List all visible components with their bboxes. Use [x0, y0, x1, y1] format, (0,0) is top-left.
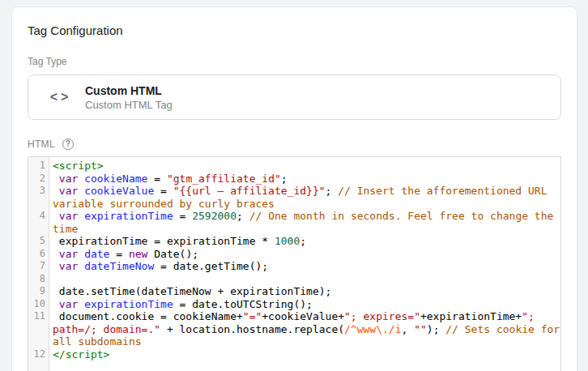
code-line[interactable]: <script>: [53, 160, 560, 173]
code-line[interactable]: var expirationTime = date.toUTCString();: [53, 298, 560, 311]
code-line[interactable]: time: [53, 223, 560, 236]
code-line[interactable]: [53, 273, 560, 286]
line-number-gutter: 123456789101112: [28, 157, 49, 371]
line-number: 4: [28, 210, 45, 223]
code-line[interactable]: var dateTimeNow = date.getTime();: [53, 260, 560, 273]
code-icon: <>: [45, 90, 73, 104]
page-title: Tag Configuration: [28, 23, 561, 39]
code-line[interactable]: var date = new Date();: [53, 248, 560, 261]
line-number: 10: [28, 298, 45, 311]
line-number: 1: [28, 160, 45, 173]
line-number: 5: [28, 235, 45, 248]
code-line[interactable]: var expirationTime = 2592000; // One mon…: [53, 210, 560, 223]
line-number: 8: [28, 273, 45, 286]
code-line[interactable]: date.setTime(dateTimeNow + expirationTim…: [53, 285, 560, 298]
line-number: [28, 335, 45, 348]
code-line[interactable]: </script>: [53, 348, 560, 361]
html-code-editor[interactable]: 123456789101112 <script> var cookieName …: [28, 156, 561, 371]
html-field-label: HTML: [28, 138, 55, 151]
line-number: 3: [28, 185, 45, 198]
tag-type-name: Custom HTML: [85, 83, 173, 98]
code-line[interactable]: variable surrounded by curly braces: [53, 198, 560, 211]
line-number: 7: [28, 260, 45, 273]
line-number: [28, 323, 45, 336]
tag-type-label: Tag Type: [28, 55, 561, 68]
tag-type-text: Custom HTML Custom HTML Tag: [85, 83, 173, 112]
code-line[interactable]: document.cookie = cookieName+"="+cookieV…: [53, 310, 560, 323]
code-area[interactable]: <script> var cookieName = "gtm_affiliate…: [49, 157, 560, 371]
tag-type-selector[interactable]: <> Custom HTML Custom HTML Tag: [28, 75, 561, 120]
line-number: 11: [28, 310, 45, 323]
tag-configuration-card: Tag Configuration Tag Type <> Custom HTM…: [11, 6, 577, 371]
code-line[interactable]: expirationTime = expirationTime * 1000;: [53, 235, 560, 248]
line-number: 6: [28, 248, 45, 261]
code-line[interactable]: all subdomains: [53, 335, 560, 348]
line-number: [28, 198, 45, 211]
code-line[interactable]: var cookieValue = "{{url – affiliate_id}…: [53, 185, 560, 198]
line-number: 12: [28, 348, 45, 361]
line-number: 2: [28, 173, 45, 186]
line-number: 9: [28, 285, 45, 298]
help-icon[interactable]: ?: [62, 139, 74, 150]
tag-type-description: Custom HTML Tag: [85, 98, 173, 112]
code-line[interactable]: var cookieName = "gtm_affiliate_id";: [53, 173, 560, 186]
line-number: [28, 223, 45, 236]
html-field-header: HTML ?: [28, 138, 561, 151]
code-line[interactable]: path=/; domain=." + location.hostname.re…: [53, 323, 560, 336]
